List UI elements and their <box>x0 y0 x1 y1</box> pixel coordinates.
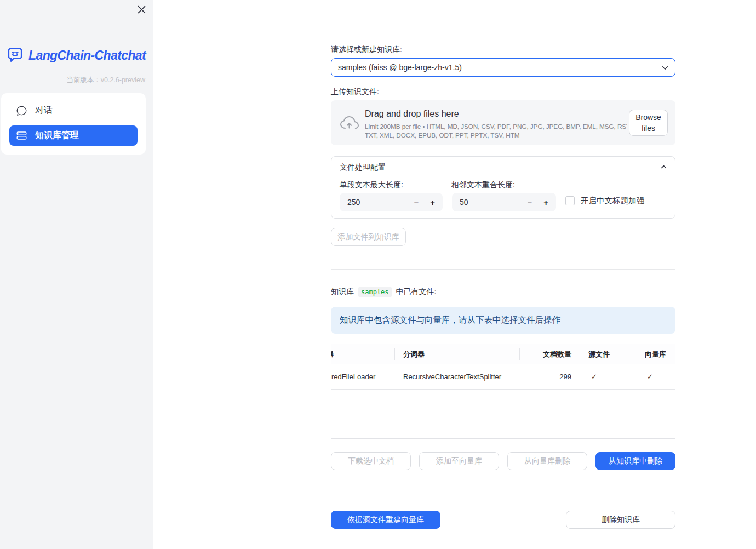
plus-button[interactable]: + <box>430 198 435 207</box>
sidebar-item-label: 知识库管理 <box>35 130 79 141</box>
col-header-splitter: 分词器 <box>403 350 425 359</box>
column-divider <box>394 348 395 360</box>
column-divider <box>580 348 580 360</box>
cell-in-source-check: ✓ <box>591 373 597 381</box>
dropzone-limits: Limit 200MB per file • HTML, MD, JSON, C… <box>365 122 627 140</box>
minus-button[interactable]: − <box>414 198 419 207</box>
sidebar-item-label: 对话 <box>35 105 53 116</box>
dropzone-title: Drag and drop files here <box>365 109 459 119</box>
table-header-row: 器 分词器 文档数量 源文件 向量库 <box>331 344 675 364</box>
chunk-size-label: 单段文本最大长度: <box>340 180 403 190</box>
file-uploader-dropzone[interactable]: Drag and drop files here Limit 200MB per… <box>331 100 675 145</box>
kb-selected-value: samples (faiss @ bge-large-zh-v1.5) <box>338 63 462 72</box>
dropzone-limits-line2: TXT, XML, DOCX, EPUB, ODT, PPT, PPTX, TS… <box>365 131 627 140</box>
add-to-vector-store-button[interactable]: 添加至向量库 <box>419 452 499 470</box>
app-root: LangChain-Chatchat 当前版本：v0.2.6-preview 对… <box>0 0 756 549</box>
dropzone-limits-line1: Limit 200MB per file • HTML, MD, JSON, C… <box>365 122 627 131</box>
chat-icon <box>16 105 27 116</box>
delete-kb-button[interactable]: 删除知识库 <box>566 511 675 529</box>
app-logo: LangChain-Chatchat <box>6 47 146 65</box>
logo-chat-icon <box>6 47 24 65</box>
browse-files-button[interactable]: Browse files <box>629 110 668 136</box>
chunk-overlap-label: 相邻文本重合长度: <box>451 180 515 190</box>
kb-files-prefix: 知识库 <box>331 287 354 297</box>
chunk-size-stepper[interactable]: 250 − + <box>340 193 443 211</box>
expander-title[interactable]: 文件处理配置 <box>340 163 386 173</box>
col-header-doc-count: 文档数量 <box>519 350 571 359</box>
plus-button[interactable]: + <box>543 198 548 207</box>
chevron-up-icon[interactable] <box>660 163 668 171</box>
chunk-overlap-stepper[interactable]: 50 − + <box>452 193 556 211</box>
info-alert-text: 知识库中包含源文件与向量库，请从下表中选择文件后操作 <box>340 314 560 326</box>
cloud-upload-icon <box>340 115 359 131</box>
table-row[interactable]: redFileLoader RecursiveCharacterTextSpli… <box>331 364 675 390</box>
kb-files-suffix: 中已有文件: <box>396 287 437 297</box>
zh-title-enhance-option: 开启中文标题加强 <box>565 196 644 206</box>
download-selected-button[interactable]: 下载选中文档 <box>331 452 411 470</box>
column-divider <box>519 348 520 360</box>
sidebar-item-kb-management[interactable]: 知识库管理 <box>9 125 138 146</box>
chevron-down-icon <box>660 63 670 73</box>
kb-files-table[interactable]: 器 分词器 文档数量 源文件 向量库 redFileLoader Recursi… <box>331 344 675 439</box>
kb-selectbox[interactable]: samples (faiss @ bge-large-zh-v1.5) <box>331 58 675 77</box>
kb-stack-icon <box>16 130 27 141</box>
close-icon <box>138 5 146 14</box>
cell-doc-count: 299 <box>519 373 571 381</box>
logo-text: LangChain-Chatchat <box>28 48 146 63</box>
cell-loader: redFileLoader <box>331 373 375 381</box>
add-files-to-kb-button[interactable]: 添加文件到知识库 <box>331 228 406 246</box>
col-header-source-file: 源文件 <box>588 350 610 359</box>
chunk-size-value: 250 <box>347 198 414 207</box>
chunk-overlap-value: 50 <box>460 198 527 207</box>
col-header-loader: 器 <box>331 350 334 359</box>
rebuild-vector-store-button[interactable]: 依据源文件重建向量库 <box>331 511 440 529</box>
file-config-expander: 文件处理配置 单段文本最大长度: 相邻文本重合长度: 250 − + 50 − … <box>331 156 675 219</box>
zh-title-enhance-label: 开启中文标题加强 <box>581 196 644 206</box>
sidebar-item-dialogue[interactable]: 对话 <box>9 100 138 121</box>
kb-name-code: samples <box>358 287 392 297</box>
sidebar-menu: 对话 知识库管理 <box>1 93 146 155</box>
sidebar: LangChain-Chatchat 当前版本：v0.2.6-preview 对… <box>0 0 153 549</box>
zh-title-enhance-checkbox[interactable] <box>565 196 575 205</box>
kb-select-label: 请选择或新建知识库: <box>331 45 402 55</box>
delete-from-kb-button[interactable]: 从知识库中删除 <box>595 452 675 470</box>
version-value: v0.2.6-preview <box>101 76 145 84</box>
minus-button[interactable]: − <box>527 198 532 207</box>
version-text: 当前版本：v0.2.6-preview <box>66 76 145 85</box>
kb-files-heading: 知识库 samples 中已有文件: <box>331 287 436 297</box>
divider <box>331 493 675 493</box>
cell-in-vector-check: ✓ <box>647 373 653 381</box>
delete-from-vector-store-button[interactable]: 从向量库删除 <box>507 452 587 470</box>
divider <box>331 269 675 270</box>
version-label: 当前版本： <box>66 76 101 84</box>
col-header-vector-store: 向量库 <box>645 350 666 359</box>
column-divider <box>638 348 638 360</box>
upload-label: 上传知识文件: <box>331 87 379 97</box>
sidebar-close-button[interactable] <box>136 4 146 14</box>
cell-splitter: RecursiveCharacterTextSplitter <box>403 373 501 381</box>
info-alert: 知识库中包含源文件与向量库，请从下表中选择文件后操作 <box>331 307 675 334</box>
